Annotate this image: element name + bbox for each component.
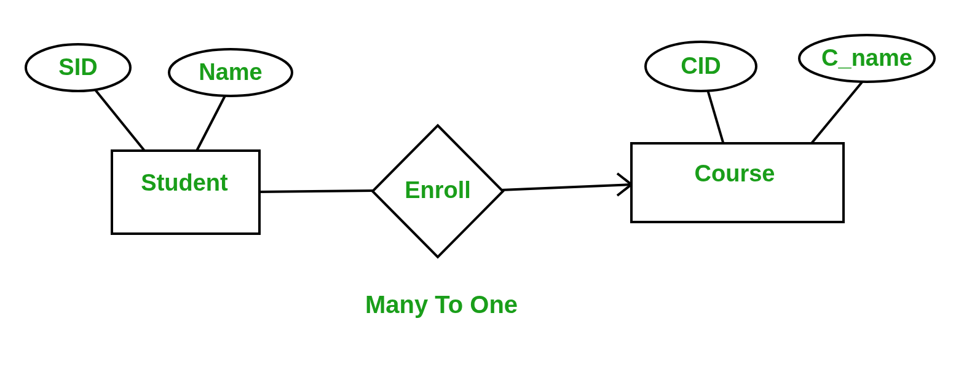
diagram-caption: Many To One [365,291,518,318]
connector-cid-course [707,88,725,151]
connector-name-student [197,91,227,151]
relationship-enroll-label: Enroll [405,177,471,203]
er-diagram: SID Name CID C_name Student Course Enrol… [0,0,980,377]
connector-cname-course [805,80,864,151]
entity-student-label: Student [141,170,228,196]
connector-enroll-course [501,185,631,190]
attribute-name-label: Name [199,59,263,85]
connector-sid-student [92,86,144,151]
connector-student-enroll [258,191,374,192]
attribute-sid-label: SID [58,54,97,80]
attribute-cid-label: CID [681,53,721,79]
entity-course-label: Course [695,161,775,186]
attribute-cname-label: C_name [821,45,912,71]
